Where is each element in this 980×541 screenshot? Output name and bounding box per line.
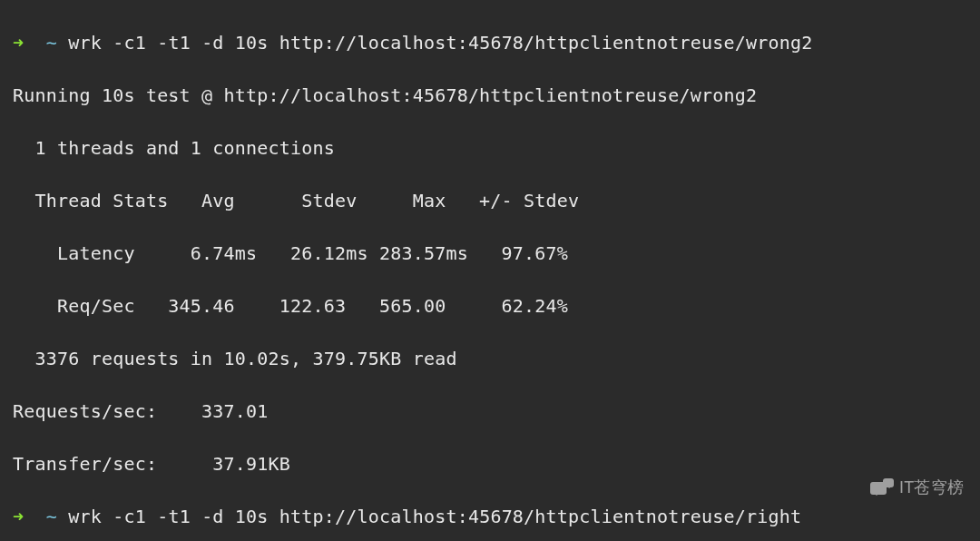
totals-line: 3376 requests in 10.02s, 379.75KB read [13, 346, 967, 372]
requests-per-sec-line: Requests/sec: 337.01 [13, 398, 967, 425]
terminal-window[interactable]: ➜ ~ wrk -c1 -t1 -d 10s http://localhost:… [0, 0, 980, 541]
reqsec-line: Req/Sec 345.46 122.63 565.00 62.24% [13, 293, 967, 320]
threads-line: 1 threads and 1 connections [13, 135, 967, 162]
prompt-cwd: ~ [46, 32, 57, 54]
running-line: Running 10s test @ http://localhost:4567… [13, 83, 967, 109]
command-text: wrk -c1 -t1 -d 10s http://localhost:4567… [68, 32, 812, 54]
transfer-per-sec-line: Transfer/sec: 37.91KB [13, 451, 967, 477]
stats-header-line: Thread Stats Avg Stdev Max +/- Stdev [13, 188, 967, 214]
command-text: wrk -c1 -t1 -d 10s http://localhost:4567… [68, 506, 801, 527]
wechat-chat-icon [870, 478, 894, 498]
prompt-line: ➜ ~ wrk -c1 -t1 -d 10s http://localhost:… [13, 30, 967, 56]
watermark: IT苍穹榜 [870, 475, 964, 501]
prompt-cwd: ~ [46, 506, 57, 527]
watermark-text: IT苍穹榜 [899, 475, 964, 501]
prompt-arrow-icon: ➜ [13, 32, 24, 54]
prompt-arrow-icon: ➜ [13, 506, 24, 527]
prompt-line: ➜ ~ wrk -c1 -t1 -d 10s http://localhost:… [13, 504, 967, 530]
latency-line: Latency 6.74ms 26.12ms 283.57ms 97.67% [13, 241, 967, 267]
